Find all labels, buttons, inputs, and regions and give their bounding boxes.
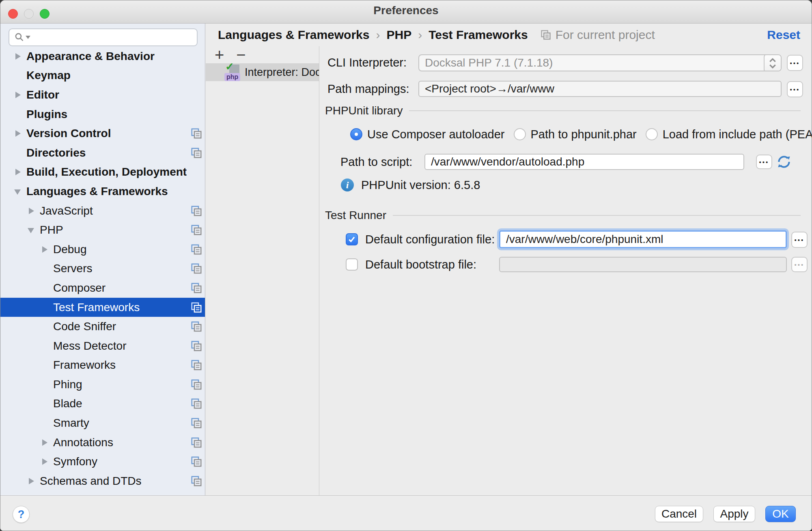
cancel-button[interactable]: Cancel <box>655 506 703 522</box>
project-scope-icon <box>190 147 202 159</box>
cli-interpreter-browse-button[interactable]: ••• <box>787 55 803 71</box>
path-to-script-field[interactable] <box>424 154 744 170</box>
project-scope-icon <box>190 398 202 410</box>
add-button[interactable]: + <box>215 47 224 62</box>
settings-content: CLI Interpreter: Docksal PHP 7.1 (7.1.18… <box>320 46 812 495</box>
sidebar-item-editor[interactable]: Editor <box>0 85 205 105</box>
apply-button[interactable]: Apply <box>713 506 755 522</box>
sidebar-item-php[interactable]: PHP <box>0 220 205 240</box>
breadcrumb-separator-icon: › <box>376 28 380 42</box>
help-button[interactable]: ? <box>13 506 30 523</box>
breadcrumb-test-frameworks[interactable]: Test Frameworks <box>429 28 528 42</box>
sidebar-item-composer[interactable]: Composer <box>0 278 205 298</box>
tree-arrow-icon[interactable] <box>41 246 48 253</box>
tree-arrow-icon[interactable] <box>14 188 22 195</box>
sidebar-item-label: Annotations <box>53 436 113 449</box>
sidebar-item-label: Composer <box>53 282 106 295</box>
cli-interpreter-stepper[interactable] <box>764 54 782 71</box>
default-bootstrap-checkbox[interactable] <box>346 258 358 271</box>
sidebar-item-languages-frameworks[interactable]: Languages & Frameworks <box>0 182 205 201</box>
sidebar-item-appearance-behavior[interactable]: Appearance & Behavior <box>0 47 205 66</box>
sidebar-item-smarty[interactable]: Smarty <box>0 413 205 433</box>
breadcrumb-languages-frameworks[interactable]: Languages & Frameworks <box>218 28 369 42</box>
checkmark-icon <box>347 235 356 244</box>
radio-use-composer-autoloader[interactable]: Use Composer autoloader <box>350 128 505 141</box>
sidebar-item-annotations[interactable]: Annotations <box>0 433 205 452</box>
default-config-field[interactable] <box>499 230 787 248</box>
sidebar-item-label: Frameworks <box>53 359 116 372</box>
tree-arrow-icon[interactable] <box>41 458 48 465</box>
sidebar-item-label: Editor <box>26 88 59 101</box>
project-scope-icon <box>540 29 551 41</box>
tree-arrow-icon[interactable] <box>14 130 22 137</box>
sidebar-item-keymap[interactable]: Keymap <box>0 66 205 86</box>
sidebar-item-label: Symfony <box>53 455 97 468</box>
tree-arrow-icon[interactable] <box>28 477 35 485</box>
sidebar-tree: Appearance & Behavior Keymap Editor Plug… <box>0 47 205 491</box>
sidebar-item-servers[interactable]: Servers <box>0 259 205 279</box>
default-config-browse-button[interactable]: ••• <box>791 232 808 248</box>
breadcrumb-php[interactable]: PHP <box>386 28 411 42</box>
default-config-checkbox[interactable] <box>346 233 358 245</box>
project-scope-icon <box>190 436 202 449</box>
sidebar-item-symfony[interactable]: Symfony <box>0 452 205 471</box>
sidebar-item-label: Mess Detector <box>53 340 127 353</box>
search-options-caret-icon[interactable] <box>26 36 30 39</box>
breadcrumb: Languages & Frameworks › PHP › Test Fram… <box>206 24 812 46</box>
sidebar-item-label: JavaScript <box>40 204 93 217</box>
search-input[interactable] <box>34 30 192 44</box>
phpunit-library-title: PHPUnit library <box>325 104 403 117</box>
section-divider <box>409 110 801 111</box>
project-scope-icon <box>190 127 202 140</box>
path-to-script-label: Path to script: <box>340 156 412 168</box>
reset-link[interactable]: Reset <box>767 28 800 42</box>
radio-load-from-include-path-pear-[interactable]: Load from include path (PEAR) <box>646 128 812 141</box>
sidebar-item-phing[interactable]: Phing <box>0 375 205 394</box>
radio-path-to-phpunit-phar[interactable]: Path to phpunit.phar <box>514 128 637 141</box>
sidebar-item-mess-detector[interactable]: Mess Detector <box>0 336 205 356</box>
sidebar-item-label: PHP <box>40 224 63 236</box>
ok-button[interactable]: OK <box>765 506 796 522</box>
path-to-script-browse-button[interactable]: ••• <box>756 155 772 169</box>
search-box[interactable] <box>9 28 198 46</box>
sidebar-item-directories[interactable]: Directories <box>0 143 205 163</box>
sidebar-item-javascript[interactable]: JavaScript <box>0 201 205 221</box>
sidebar-item-label: Plugins <box>26 108 67 121</box>
tree-arrow-icon[interactable] <box>28 207 35 215</box>
sidebar-item-build-execution-deployment[interactable]: Build, Execution, Deployment <box>0 163 205 182</box>
sidebar-item-label: Build, Execution, Deployment <box>26 166 187 178</box>
sidebar-item-test-frameworks[interactable]: Test Frameworks <box>0 298 205 317</box>
cli-interpreter-select[interactable]: Docksal PHP 7.1 (7.1.18) <box>418 54 782 71</box>
radio-label: Use Composer autoloader <box>367 128 505 141</box>
tree-arrow-icon[interactable] <box>41 439 48 446</box>
radio-label: Path to phpunit.phar <box>531 128 637 141</box>
interpreter-list-panel: + − ✓ php Interpreter: Docksal PHP 7.1 <box>206 46 319 495</box>
sidebar-item-version-control[interactable]: Version Control <box>0 124 205 143</box>
radio-dot-icon <box>646 128 658 140</box>
sidebar-item-label: Schemas and DTDs <box>40 475 142 488</box>
phpunit-source-radios: Use Composer autoloader Path to phpunit.… <box>350 127 812 141</box>
radio-label: Load from include path (PEAR) <box>663 128 812 141</box>
interpreter-list-item[interactable]: ✓ php Interpreter: Docksal PHP 7.1 <box>206 63 319 81</box>
sidebar-item-code-sniffer[interactable]: Code Sniffer <box>0 317 205 336</box>
tree-arrow-icon[interactable] <box>14 168 22 176</box>
tree-arrow-icon[interactable] <box>14 91 22 99</box>
test-runner-section: Test Runner <box>325 209 801 221</box>
settings-sidebar: Appearance & Behavior Keymap Editor Plug… <box>0 24 205 495</box>
radio-dot-icon <box>350 128 362 140</box>
path-mappings-browse-button[interactable]: ••• <box>787 81 803 97</box>
sidebar-item-frameworks[interactable]: Frameworks <box>0 356 205 375</box>
tree-arrow-icon[interactable] <box>14 53 22 60</box>
reload-phpunit-icon[interactable] <box>775 153 793 171</box>
sidebar-item-schemas-and-dtds[interactable]: Schemas and DTDs <box>0 471 205 491</box>
phpunit-version-row: i PHPUnit version: 6.5.8 <box>341 178 480 192</box>
path-mappings-field[interactable] <box>418 81 782 97</box>
sidebar-item-debug[interactable]: Debug <box>0 240 205 259</box>
scope-note: For current project <box>540 28 655 42</box>
sidebar-item-blade[interactable]: Blade <box>0 394 205 414</box>
sidebar-item-plugins[interactable]: Plugins <box>0 105 205 124</box>
remove-button[interactable]: − <box>236 47 246 62</box>
tree-arrow-icon[interactable] <box>28 226 35 234</box>
breadcrumb-separator-icon: › <box>418 28 422 42</box>
project-scope-icon <box>190 301 202 314</box>
